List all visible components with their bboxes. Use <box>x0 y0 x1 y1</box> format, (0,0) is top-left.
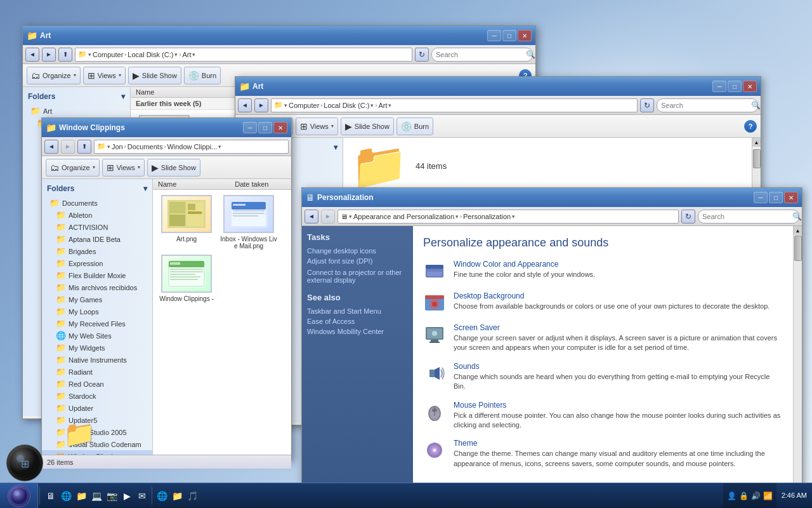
views-btn-front[interactable]: ⊞ Views ▾ <box>102 159 145 177</box>
sidebar-item-received-files[interactable]: 📁 My Received Files <box>42 318 152 330</box>
organize-dd-front[interactable]: ▾ <box>93 164 95 170</box>
search-input-personalize[interactable] <box>702 213 790 220</box>
sidebar-item-stardock[interactable]: 📁 Stardock <box>42 390 152 402</box>
sidebar-item-updater[interactable]: 📁 Updater <box>42 402 152 414</box>
scroll-up-middle[interactable]: ▲ <box>752 138 761 147</box>
taskbar-icon-5[interactable]: 📷 <box>105 489 119 503</box>
back-btn-back[interactable]: ◄ <box>25 48 39 62</box>
sidebar-item-flexbuilder[interactable]: 📁 Flex Builder Moxie <box>42 269 152 281</box>
crumb-art[interactable]: Art <box>182 51 191 58</box>
sidebar-item-mygames[interactable]: 📁 My Games <box>42 293 152 305</box>
personalize-item-sounds[interactable]: Sounds Change which sounds are heard whe… <box>423 362 783 392</box>
up-btn-back[interactable]: ⬆ <box>58 48 72 62</box>
search-box-back[interactable]: 🔍 <box>431 48 533 62</box>
taskbar-icon-4[interactable]: 💻 <box>89 489 103 503</box>
crumb-p-personalization[interactable]: Personalization <box>463 213 511 220</box>
crumb-f-jon[interactable]: Jon <box>112 143 123 150</box>
minimize-btn-back[interactable]: ─ <box>487 30 501 41</box>
personalize-link-mouse[interactable]: Mouse Pointers <box>454 401 506 410</box>
search-box-middle[interactable]: 🔍 <box>657 98 758 112</box>
sidebar-item-activision[interactable]: 📁 ACTIVISION <box>42 221 152 233</box>
burn-btn-middle[interactable]: 💿 Burn <box>396 117 433 135</box>
burn-btn-back[interactable]: 💿 Burn <box>184 67 221 84</box>
crumb-m-computer[interactable]: Computer <box>289 102 319 109</box>
close-btn-front[interactable]: ✕ <box>273 122 287 133</box>
sidebar-item-radiant[interactable]: 📁 Radiant <box>42 366 152 378</box>
crumb-p-dd2[interactable]: ▾ <box>455 213 459 220</box>
taskbar-icon-7[interactable]: ✉ <box>135 489 149 503</box>
breadcrumb-back[interactable]: 📁 ▾ Computer › Local Disk (C:) ▾ › Art ▾ <box>75 48 412 62</box>
scrollbar-personalize[interactable]: ▲ ▼ <box>793 226 802 500</box>
crumb-dropdown-2[interactable]: ▾ <box>174 51 178 58</box>
refresh-btn-middle[interactable]: ↻ <box>640 98 654 112</box>
crumb-m-art[interactable]: Art <box>378 102 387 109</box>
minimize-btn-middle[interactable]: ─ <box>712 81 726 92</box>
forward-btn-back[interactable]: ► <box>42 48 56 62</box>
close-btn-back[interactable]: ✕ <box>518 30 532 41</box>
slideshow-btn-front[interactable]: ▶ Slide Show <box>147 159 200 177</box>
sidebar-item-misarchivos[interactable]: 📁 Mis archivos recibidos <box>42 281 152 293</box>
crumb-f-docs[interactable]: Documents <box>128 143 163 150</box>
taskbar-icon-1[interactable]: 🖥 <box>44 489 58 503</box>
sidebar-item-documents[interactable]: 📁 Documents <box>42 197 152 209</box>
taskbar-icon-2[interactable]: 🌐 <box>59 489 73 503</box>
task-adjust-font[interactable]: Adjust font size (DPI) <box>307 256 408 266</box>
personalize-item-screensaver[interactable]: Screen Saver Change your screen saver or… <box>423 323 783 353</box>
taskbar-icon-9[interactable]: 📁 <box>170 489 184 503</box>
see-also-ease[interactable]: Ease of Access <box>307 316 408 326</box>
close-btn-middle[interactable]: ✕ <box>743 81 757 92</box>
crumb-localdisk[interactable]: Local Disk (C:) <box>128 51 173 58</box>
back-btn-middle[interactable]: ◄ <box>238 98 252 112</box>
taskbar-icon-8[interactable]: 🌐 <box>155 489 169 503</box>
desktop-sphere-icon[interactable]: ⊞ <box>6 444 43 481</box>
scroll-thumb-personalize[interactable] <box>794 236 802 261</box>
personalize-item-theme[interactable]: Theme Change the theme. Themes can chang… <box>423 439 783 469</box>
organize-btn-back[interactable]: 🗂 Organize ▾ <box>27 67 81 84</box>
close-btn-personalize[interactable]: ✕ <box>784 192 798 203</box>
scroll-up-personalize[interactable]: ▲ <box>794 226 802 235</box>
back-btn-personalize[interactable]: ◄ <box>304 210 318 224</box>
thumb-front-mail[interactable]: Inbox - Windows Live Mail.png <box>220 195 277 250</box>
sidebar-item-redocean[interactable]: 📁 Red Ocean <box>42 378 152 390</box>
crumb-m-localdisk[interactable]: Local Disk (C:) <box>324 102 369 109</box>
crumb-p-dd3[interactable]: ▾ <box>512 213 515 220</box>
personalize-link-color[interactable]: Window Color and Appearance <box>454 260 558 269</box>
task-connect-projector[interactable]: Connect to a projector or other external… <box>307 266 408 285</box>
tray-icon-network[interactable]: 👤 <box>727 491 737 500</box>
sidebar-item-websites[interactable]: 🌐 My Web Sites <box>42 330 152 342</box>
thumb-front-wc[interactable]: Window Clippings - <box>158 255 215 302</box>
organize-btn-front[interactable]: 🗂 Organize ▾ <box>46 159 100 177</box>
sidebar-dd-middle[interactable]: ▾ <box>334 143 337 152</box>
see-also-mobility[interactable]: Windows Mobility Center <box>307 326 408 337</box>
sidebar-item-aptana[interactable]: 📁 Aptana IDE Beta <box>42 233 152 245</box>
taskbar-icon-3[interactable]: 📁 <box>74 489 88 503</box>
see-also-taskbar[interactable]: Taskbar and Start Menu <box>307 306 408 316</box>
crumb-p-dd1[interactable]: ▾ <box>349 213 352 220</box>
maximize-btn-back[interactable]: □ <box>502 30 516 41</box>
scroll-thumb-middle[interactable] <box>753 149 761 168</box>
views-dd-front[interactable]: ▾ <box>138 164 140 170</box>
tray-icon-volume[interactable]: 🔊 <box>751 491 761 500</box>
crumb-computer[interactable]: Computer <box>93 51 123 58</box>
sidebar-dd-front[interactable]: ▾ <box>143 184 147 193</box>
slideshow-btn-back[interactable]: ▶ Slide Show <box>128 67 181 84</box>
sidebar-item-ableton[interactable]: 📁 Ableton <box>42 209 152 221</box>
crumb-m-dropdown-2[interactable]: ▾ <box>370 102 374 109</box>
taskbar-clock[interactable]: 2:46 AM <box>776 491 812 500</box>
minimize-btn-front[interactable]: ─ <box>243 122 257 133</box>
desktop-folder-icon[interactable]: 📁 <box>60 415 98 453</box>
crumb-p-appearance[interactable]: Appearance and Personalization <box>353 213 454 220</box>
tray-icon-security[interactable]: 🔒 <box>739 491 749 500</box>
search-box-personalize[interactable]: 🔍 <box>698 210 799 224</box>
sidebar-item-brigades[interactable]: 📁 Brigades <box>42 245 152 257</box>
crumb-dropdown-1[interactable]: ▾ <box>88 51 91 58</box>
refresh-btn-personalize[interactable]: ↻ <box>681 210 695 224</box>
crumb-f-wc[interactable]: Window Clippi... <box>167 143 217 150</box>
taskbar-icon-6[interactable]: ▶ <box>120 489 134 503</box>
start-button[interactable] <box>0 483 38 509</box>
sidebar-item-expression[interactable]: 📁 Expression <box>42 257 152 269</box>
search-input-back[interactable] <box>436 51 523 58</box>
personalize-item-color[interactable]: Window Color and Appearance Fine tune th… <box>423 260 783 283</box>
organize-dropdown-back[interactable]: ▾ <box>74 72 76 78</box>
personalize-item-mouse[interactable]: Mouse Pointers Pick a different mouse po… <box>423 401 783 431</box>
